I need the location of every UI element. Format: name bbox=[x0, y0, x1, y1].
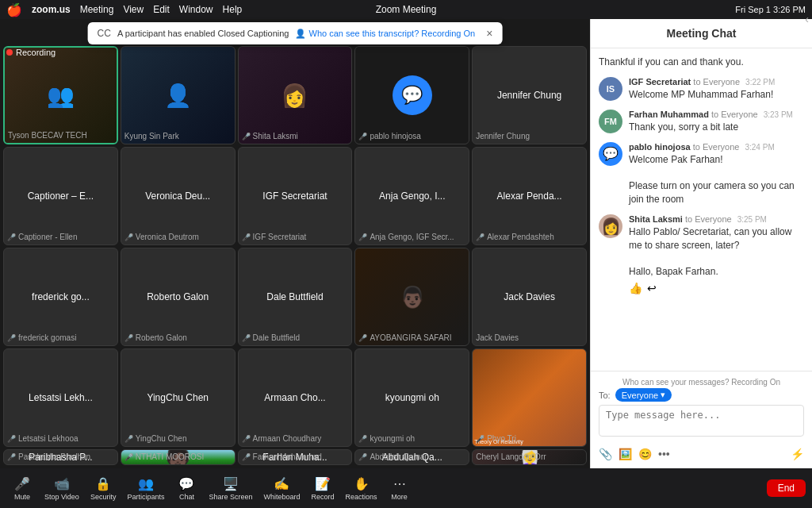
menubar: 🍎 zoom.us Meeting View Edit Window Help … bbox=[0, 0, 812, 19]
participant-cell-7[interactable]: IGF Secretariat 🎤 IGF Secretariat bbox=[238, 147, 353, 245]
chat-messages: Thankful if you can and thank you. IS IG… bbox=[591, 48, 812, 371]
participant-name-8: Anja Gengo, I... bbox=[376, 189, 448, 203]
more-icon: ⋯ bbox=[393, 476, 406, 491]
notification-bar: CC A participant has enabled Closed Capt… bbox=[88, 22, 503, 44]
participant-cell-4[interactable]: Jennifer Chung Jennifer Chung bbox=[472, 46, 587, 144]
thumbs-up-icon[interactable]: 👍 bbox=[629, 282, 642, 294]
toolbar-share[interactable]: 🖥️ Share Screen bbox=[204, 475, 257, 502]
emoji-icon[interactable]: 😊 bbox=[638, 448, 652, 460]
participant-cell-5[interactable]: Captioner – E... 🎤 Captioner - Ellen bbox=[3, 147, 118, 245]
apple-icon[interactable]: 🍎 bbox=[6, 2, 22, 17]
toolbar-whiteboard[interactable]: ✍️ Whiteboard bbox=[259, 475, 304, 502]
main-container: Recording CC A participant has enabled C… bbox=[0, 19, 812, 468]
menu-view[interactable]: View bbox=[123, 4, 144, 15]
participant-cell-19[interactable]: Theory Of Relativity 🎤 Phyo Tri... bbox=[472, 348, 587, 447]
participant-label-5: 🎤 Captioner - Ellen bbox=[7, 233, 77, 241]
toolbar-end[interactable]: End bbox=[767, 479, 806, 497]
participant-label-8: 🎤 Anja Gengo, IGF Secr... bbox=[358, 233, 454, 241]
toolbar-video[interactable]: 📹 Stop Video bbox=[40, 475, 84, 502]
participant-cell-12[interactable]: Dale Buttfield 🎤 Dale Buttfield bbox=[238, 248, 353, 346]
toolbar-security[interactable]: 🔒 Security bbox=[86, 475, 121, 502]
participant-cell-6[interactable]: Veronica Deu... 🎤 Veronica Deutrom bbox=[121, 147, 236, 245]
toolbar-participants[interactable]: 👥 Participants bbox=[122, 475, 169, 502]
participant-cell-1[interactable]: 👤 Kyung Sin Park bbox=[121, 46, 236, 144]
participant-cell-3[interactable]: 💬 🎤 pablo hinojosa bbox=[354, 46, 469, 144]
avatar-farhan: FM bbox=[599, 110, 622, 133]
recording-badge: Recording bbox=[6, 48, 56, 57]
participant-name-3: pablo hinojosa bbox=[370, 132, 421, 140]
participant-label-4: Jennifer Chung bbox=[476, 132, 530, 140]
participant-cell-13[interactable]: 👨🏿 🎤 AYOBANGIRA SAFARI bbox=[354, 248, 469, 346]
participant-cell-16[interactable]: YingChu Chen 🎤 YingChu Chen bbox=[121, 348, 236, 447]
text-3: Hallo Pablo/ Secretariat, can you allow … bbox=[629, 225, 804, 279]
text-0: Welcome MP Muhammad Farhan! bbox=[629, 88, 804, 102]
participant-label-9: 🎤 Alexar Pendashteh bbox=[476, 233, 554, 241]
chat-header: Meeting Chat bbox=[591, 19, 812, 48]
chat-panel: ‹ Meeting Chat Thankful if you can and t… bbox=[590, 19, 812, 468]
app-name: zoom.us bbox=[32, 4, 71, 15]
to-0: Everyone bbox=[703, 77, 740, 87]
participant-cell-8[interactable]: Anja Gengo, I... 🎤 Anja Gengo, IGF Secr.… bbox=[354, 147, 469, 245]
reply-icon[interactable]: ↩ bbox=[647, 282, 657, 294]
avatar-shita: 👩 bbox=[599, 214, 622, 238]
participant-cell-18[interactable]: kyoungmi oh 🎤 kyoungmi oh bbox=[354, 348, 469, 447]
toolbar-chat[interactable]: 💬 Chat bbox=[170, 475, 202, 502]
participant-cell-17[interactable]: Armaan Cho... 🎤 Armaan Choudhary bbox=[238, 348, 353, 447]
participant-name-9: Alexar Penda... bbox=[494, 189, 565, 203]
participant-cell-0[interactable]: 👥 Tyson BCECAV TECH bbox=[3, 46, 118, 144]
participant-cell-21[interactable]: 🧑🏿 🎤 NTHATI MOOROSI bbox=[121, 449, 236, 465]
toolbar-mute[interactable]: 🎤 Mute bbox=[6, 475, 38, 502]
recording-dot bbox=[6, 49, 13, 56]
transcript-link[interactable]: 👤 Who can see this transcript? Recording… bbox=[295, 29, 475, 39]
participant-name-2: Shita Laksmi bbox=[253, 132, 298, 140]
participant-sub-4: Jennifer Chung bbox=[476, 132, 530, 140]
menubar-left: 🍎 zoom.us Meeting View Edit Window Help bbox=[6, 2, 242, 17]
notification-close[interactable]: × bbox=[486, 27, 492, 40]
participant-cell-15[interactable]: Letsatsi Lekh... 🎤 Letsatsi Lekhooa bbox=[3, 348, 118, 447]
menu-edit[interactable]: Edit bbox=[153, 4, 170, 15]
toolbar-record[interactable]: 📝 Record bbox=[307, 475, 339, 502]
notification-text: A participant has enabled Closed Caption… bbox=[117, 29, 289, 38]
participant-cell-24[interactable]: 👩‍🦳 Cheryl Langdon-Orr bbox=[472, 449, 587, 465]
participant-label-0: Tyson BCECAV TECH bbox=[8, 131, 87, 140]
participant-label-6: 🎤 Veronica Deutrom bbox=[124, 233, 199, 241]
video-icon: 📹 bbox=[54, 476, 70, 491]
menu-help[interactable]: Help bbox=[223, 4, 243, 15]
participant-label-3: 🎤 pablo hinojosa bbox=[358, 132, 421, 140]
participant-cell-14[interactable]: Jack Davies Jack Davies bbox=[472, 248, 587, 346]
chat-message-3: 👩 Shita Laksmi to Everyone 3:25 PM Hallo… bbox=[599, 214, 804, 294]
more-options-icon[interactable]: ••• bbox=[658, 448, 670, 460]
time-2: 3:24 PM bbox=[745, 143, 774, 152]
participant-cell-10[interactable]: frederick go... 🎤 frederick gomasi bbox=[3, 248, 118, 346]
toolbar-reactions[interactable]: ✋ Reactions bbox=[341, 475, 382, 502]
menubar-time: Fri Sep 1 3:26 PM bbox=[735, 5, 806, 14]
message-input[interactable] bbox=[599, 405, 804, 437]
participant-cell-9[interactable]: Alexar Penda... 🎤 Alexar Pendashteh bbox=[472, 147, 587, 245]
dropdown-chevron-icon: ▾ bbox=[661, 390, 665, 400]
screenshot-icon[interactable]: 🖼️ bbox=[619, 448, 632, 460]
message-reactions: 👍 ↩ bbox=[629, 282, 804, 294]
toolbar-more[interactable]: ⋯ More bbox=[384, 475, 416, 502]
thankful-message: Thankful if you can and thank you. bbox=[599, 55, 804, 69]
participant-cell-11[interactable]: Roberto Galon 🎤 Roberto Galon bbox=[121, 248, 236, 346]
chat-message-1: FM Farhan Muhammad to Everyone 3:23 PM T… bbox=[599, 110, 804, 134]
collapse-chat-button[interactable]: ‹ bbox=[802, 10, 812, 29]
bottom-toolbar: 🎤 Mute 📹 Stop Video 🔒 Security 👥 Partici… bbox=[0, 468, 812, 508]
participant-cell-22[interactable]: Farhan Muha... 🎤 Farhan Muhammad bbox=[238, 449, 353, 465]
participant-cell-23[interactable]: Abdullah Qa... 🎤 Abdullah Qamar bbox=[354, 449, 469, 465]
menu-window[interactable]: Window bbox=[179, 4, 213, 15]
share-screen-icon: 🖥️ bbox=[223, 476, 239, 491]
to-3: Everyone bbox=[695, 214, 731, 224]
participant-name-7: IGF Secretariat bbox=[259, 189, 330, 203]
time-1: 3:23 PM bbox=[764, 110, 793, 119]
menubar-center-title: Zoom Meeting bbox=[376, 4, 437, 15]
to-everyone-dropdown[interactable]: Everyone ▾ bbox=[615, 388, 672, 402]
filter-icon[interactable]: ⚡ bbox=[791, 448, 804, 460]
time-0: 3:22 PM bbox=[745, 78, 775, 87]
file-attach-icon[interactable]: 📎 bbox=[599, 448, 612, 460]
participant-cell-2[interactable]: 👩 🎤 Shita Laksmi bbox=[238, 46, 353, 144]
menu-meeting[interactable]: Meeting bbox=[80, 4, 114, 15]
participant-cell-20[interactable]: Paribhasha P... 🎤 Paribhasha Pradhan bbox=[3, 449, 118, 465]
to-2: Everyone bbox=[703, 142, 739, 152]
record-icon: 📝 bbox=[315, 476, 331, 491]
